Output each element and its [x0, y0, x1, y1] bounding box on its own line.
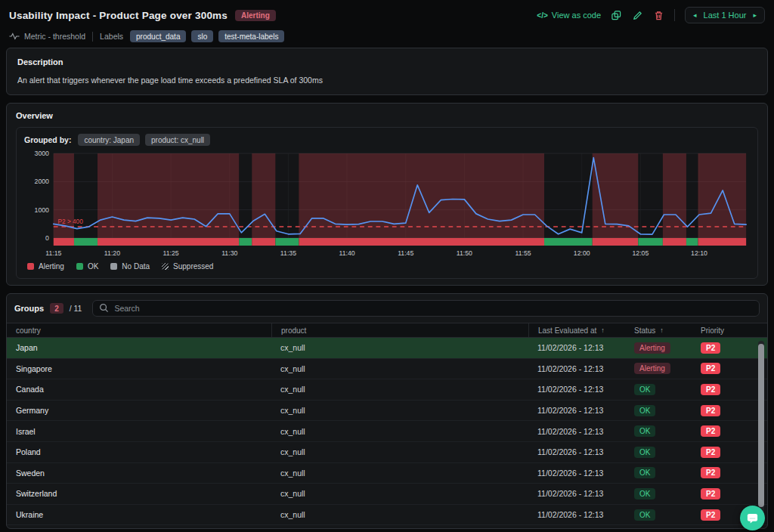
status-strip-segment-alerting — [663, 238, 686, 246]
x-axis-tick-label: 11:40 — [339, 249, 354, 257]
cell-product: cx_null — [271, 489, 528, 498]
chat-bubble-icon — [746, 512, 759, 524]
table-row[interactable]: Ukrainecx_null11/02/2026 - 12:13OKP2 — [7, 505, 767, 526]
overview-chart-svg[interactable]: P2 > 400010002000300011:1511:2011:2511:3… — [24, 150, 750, 259]
x-axis-tick-label: 12:05 — [632, 249, 649, 257]
time-range-button[interactable]: ◂ Last 1 Hour ▸ — [685, 7, 765, 23]
priority-badge: P2 — [701, 425, 720, 437]
legend-item-no-data[interactable]: No Data — [110, 262, 150, 271]
status-strip-segment-alerting — [299, 238, 544, 246]
table-row[interactable]: Germanycx_null11/02/2026 - 12:13OKP2 — [7, 401, 767, 422]
meta-divider — [92, 32, 93, 42]
table-row[interactable]: United Kingdomcx_null11/02/2026 - 12:13O… — [7, 525, 767, 528]
alert-type: Metric - threshold — [9, 32, 85, 41]
label-chip: slo — [191, 30, 213, 42]
priority-badge: P2 — [701, 405, 720, 416]
cell-product: cx_null — [271, 427, 528, 436]
cell-product: cx_null — [271, 385, 528, 394]
column-header-last-evaluated-at[interactable]: Last Evaluated at↑ — [528, 323, 625, 337]
table-row[interactable]: Singaporecx_null11/02/2026 - 12:13Alerti… — [7, 359, 767, 380]
table-row[interactable]: Switzerlandcx_null11/02/2026 - 12:13OKP2 — [7, 484, 767, 505]
legend-label: No Data — [122, 262, 150, 271]
column-header-product[interactable]: product — [271, 323, 528, 337]
legend-label: OK — [88, 262, 98, 271]
cell-country: Poland — [7, 447, 271, 456]
column-header-status[interactable]: Status↑ — [625, 326, 692, 335]
cell-last-evaluated: 11/02/2026 - 12:13 — [528, 427, 625, 436]
table-row[interactable]: Polandcx_null11/02/2026 - 12:13OKP2 — [7, 442, 767, 463]
priority-badge: P2 — [701, 447, 720, 458]
x-axis-tick-label: 11:20 — [104, 249, 120, 257]
cell-status: OK — [625, 447, 692, 458]
priority-badge: P2 — [701, 363, 720, 374]
table-scrollbar[interactable] — [758, 341, 764, 521]
copy-icon[interactable] — [611, 10, 622, 21]
x-axis-tick-label: 11:55 — [515, 249, 531, 257]
status-badge: OK — [634, 425, 655, 437]
cell-product: cx_null — [271, 469, 528, 478]
cell-status: Alerting — [625, 342, 692, 354]
sort-asc-icon[interactable]: ↑ — [660, 326, 664, 334]
table-row[interactable]: Swedencx_null11/02/2026 - 12:13OKP2 — [7, 463, 767, 484]
x-axis-tick-label: 11:30 — [221, 249, 237, 257]
y-axis-tick-label: 1000 — [35, 206, 49, 214]
legend-label: Suppressed — [173, 262, 213, 271]
status-badge: OK — [634, 405, 655, 416]
time-next-icon[interactable]: ▸ — [753, 12, 757, 19]
table-row[interactable]: Japancx_null11/02/2026 - 12:13AlertingP2 — [7, 338, 767, 359]
time-range-label: Last 1 Hour — [704, 11, 747, 20]
cell-priority: P2 — [692, 405, 767, 416]
cell-priority: P2 — [692, 425, 767, 437]
overview-panel: Overview Grouped by: country: Japanprodu… — [6, 103, 768, 286]
table-scrollbar-thumb[interactable] — [758, 344, 764, 507]
priority-badge: P2 — [701, 488, 720, 500]
cell-priority: P2 — [692, 384, 767, 395]
status-strip-segment-alerting — [698, 238, 746, 246]
groups-title: Groups — [14, 304, 44, 313]
label-chip: product_data — [130, 30, 186, 42]
cell-last-evaluated: 11/02/2026 - 12:13 — [528, 489, 625, 498]
priority-badge: P2 — [701, 342, 720, 354]
priority-badge: P2 — [701, 509, 720, 521]
alert-status-badge: Alerting — [235, 10, 276, 21]
overview-chart[interactable]: P2 > 400010002000300011:1511:2011:2511:3… — [24, 150, 750, 259]
cell-country: Switzerland — [7, 489, 271, 498]
status-badge: OK — [634, 488, 655, 500]
status-badge: OK — [634, 467, 655, 478]
legend-item-ok[interactable]: OK — [76, 262, 98, 271]
table-row[interactable]: Israelcx_null11/02/2026 - 12:13OKP2 — [7, 421, 767, 442]
legend-swatch-icon — [27, 263, 34, 270]
column-header-priority[interactable]: Priority — [692, 326, 767, 335]
legend-item-suppressed[interactable]: Suppressed — [162, 262, 213, 271]
cell-country: Singapore — [7, 364, 271, 373]
edit-icon[interactable] — [632, 10, 643, 21]
status-strip-segment-alerting — [54, 238, 74, 246]
cell-last-evaluated: 11/02/2026 - 12:13 — [528, 469, 625, 478]
cell-country: Germany — [7, 406, 271, 415]
cell-priority: P2 — [692, 447, 767, 458]
cell-status: OK — [625, 384, 692, 395]
time-prev-icon[interactable]: ◂ — [693, 12, 697, 19]
groups-table: countryproductLast Evaluated at↑Status↑P… — [7, 323, 767, 528]
column-header-country[interactable]: country — [7, 326, 271, 335]
search-input[interactable] — [92, 300, 760, 317]
chat-widget-button[interactable] — [740, 506, 765, 530]
table-row[interactable]: Canadacx_null11/02/2026 - 12:13OKP2 — [7, 379, 767, 401]
grouped-by-chip: product: cx_null — [145, 134, 210, 146]
status-strip-segment-ok — [638, 238, 663, 246]
legend-swatch-icon — [162, 263, 169, 270]
labels-title: Labels — [100, 32, 123, 41]
y-axis-tick-label: 0 — [45, 234, 49, 242]
overview-chart-card: Grouped by: country: Japanproduct: cx_nu… — [16, 127, 758, 279]
x-axis-tick-label: 11:15 — [45, 249, 61, 257]
cell-status: OK — [625, 425, 692, 437]
view-as-code-button[interactable]: </> View as code — [537, 11, 601, 20]
groups-count-badge: 2 — [50, 303, 63, 314]
cell-priority: P2 — [692, 467, 767, 478]
legend-item-alerting[interactable]: Alerting — [27, 262, 64, 271]
delete-icon[interactable] — [653, 10, 664, 21]
cell-priority: P2 — [692, 342, 767, 354]
x-axis-tick-label: 11:45 — [398, 249, 413, 257]
description-title: Description — [17, 57, 757, 66]
sort-asc-icon[interactable]: ↑ — [601, 326, 605, 334]
